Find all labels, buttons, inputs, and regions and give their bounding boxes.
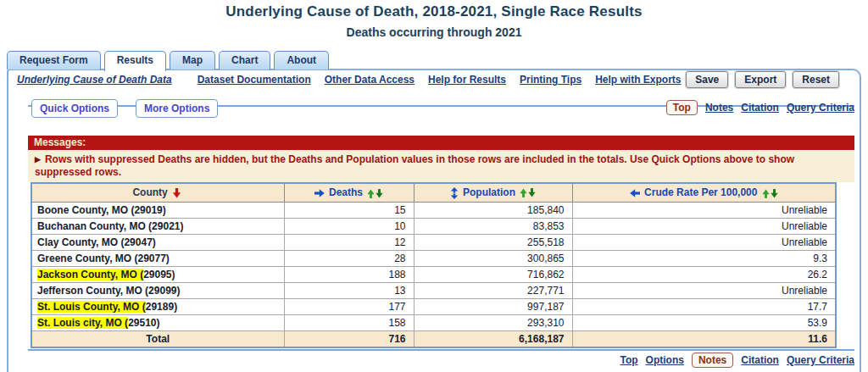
population-value: 185,840 xyxy=(414,202,572,218)
county-highlight: St. Louis County, MO ( xyxy=(37,301,146,313)
page-title: Underlying Cause of Death, 2018-2021, Si… xyxy=(0,3,868,20)
footer-divider xyxy=(28,349,854,351)
page: Underlying Cause of Death, 2018-2021, Si… xyxy=(0,0,868,372)
dataset-documentation-link[interactable]: Dataset Documentation xyxy=(198,74,311,86)
county-highlight: St. Louis city, MO ( xyxy=(37,317,128,329)
county-name: Greene County, MO (29077) xyxy=(37,253,170,264)
sort-descending-icon[interactable] xyxy=(771,189,778,198)
crude-rate-column-header[interactable]: Crude Rate Per 100,000 xyxy=(572,183,836,202)
footer-top-link[interactable]: Top xyxy=(620,354,638,366)
population-value: 997,187 xyxy=(414,298,572,314)
reset-button[interactable]: Reset xyxy=(793,71,839,88)
population-value: 300,865 xyxy=(414,250,572,266)
table-row: Jefferson County, MO (29099) 13 227,771 … xyxy=(31,282,836,298)
deaths-column-header[interactable]: Deaths xyxy=(284,183,414,202)
population-column-header[interactable]: Population xyxy=(414,183,572,202)
sort-descending-icon[interactable] xyxy=(528,188,536,197)
crude-rate-value: 9.3 xyxy=(572,250,836,266)
deaths-value: 13 xyxy=(284,282,414,298)
messages-title: Messages: xyxy=(28,136,854,150)
county-highlight: Jackson County, MO ( xyxy=(37,269,143,280)
deaths-value: 10 xyxy=(284,218,414,234)
action-buttons: Save Export Reset xyxy=(686,71,839,88)
messages-text: Rows with suppressed Deaths are hidden, … xyxy=(35,153,794,178)
deaths-value: 177 xyxy=(284,298,414,314)
sort-ascending-icon[interactable] xyxy=(762,189,770,198)
crude-rate-value: Unreliable xyxy=(572,234,836,250)
table-row: St. Louis County, MO (29189) 177 997,187… xyxy=(31,298,836,314)
bullet-icon: ▶ xyxy=(35,153,41,165)
dataset-link[interactable]: Underlying Cause of Death Data xyxy=(17,74,172,86)
sort-ascending-icon[interactable] xyxy=(520,188,527,197)
messages-panel: Messages: ▶Rows with suppressed Deaths a… xyxy=(28,136,854,182)
help-for-results-link[interactable]: Help for Results xyxy=(428,74,506,86)
county-name: 29510) xyxy=(128,317,159,329)
population-value: 227,771 xyxy=(414,282,572,298)
deaths-value: 15 xyxy=(284,202,414,218)
footer-nav-cluster: Top Options Notes Citation Query Criteri… xyxy=(620,353,855,368)
population-value: 716,862 xyxy=(414,266,572,282)
table-row: Jackson County, MO (29095) 188 716,862 2… xyxy=(31,266,836,282)
county-name: Clay County, MO (29047) xyxy=(37,236,156,248)
total-label: Total xyxy=(31,330,284,347)
tab-results[interactable]: Results xyxy=(104,51,166,71)
printing-tips-link[interactable]: Printing Tips xyxy=(520,74,581,86)
county-name: Boone County, MO (29019) xyxy=(37,204,166,216)
quick-options-button[interactable]: Quick Options xyxy=(31,99,118,118)
population-value: 255,518 xyxy=(414,234,572,250)
table-row: Greene County, MO (29077) 28 300,865 9.3 xyxy=(31,250,836,266)
crude-rate-value: Unreliable xyxy=(572,202,836,218)
help-with-exports-link[interactable]: Help with Exports xyxy=(595,74,681,86)
table-total-row: Total 716 6,168,187 11.6 xyxy=(31,330,836,347)
results-table: County Deaths Population xyxy=(31,182,837,348)
top-nav-cluster: Top Notes Citation Query Criteria xyxy=(666,100,854,115)
tab-bar: Request Form Results Map Chart About xyxy=(7,51,329,71)
other-data-access-link[interactable]: Other Data Access xyxy=(325,74,415,86)
move-column-left-icon[interactable] xyxy=(630,189,640,197)
deaths-value: 12 xyxy=(284,234,414,250)
county-name: 29189) xyxy=(146,301,177,313)
crude-rate-value: 26.2 xyxy=(572,266,836,282)
messages-body: ▶Rows with suppressed Deaths are hidden,… xyxy=(28,150,854,182)
tab-map[interactable]: Map xyxy=(170,51,215,69)
save-button[interactable]: Save xyxy=(686,71,728,88)
total-crude-rate-value: 11.6 xyxy=(572,330,836,347)
crude-rate-value: 17.7 xyxy=(572,298,836,314)
sort-descending-icon[interactable] xyxy=(172,188,181,198)
tab-request-form[interactable]: Request Form xyxy=(7,51,101,69)
notes-link[interactable]: Notes xyxy=(705,102,733,114)
county-name: 29095) xyxy=(143,269,175,280)
county-column-header[interactable]: County xyxy=(31,183,284,202)
page-subtitle: Deaths occurring through 2021 xyxy=(0,25,868,39)
footer-options-link[interactable]: Options xyxy=(646,354,684,366)
sort-ascending-icon[interactable] xyxy=(367,189,375,198)
crude-rate-value: 53.9 xyxy=(572,314,836,330)
county-name: Jefferson County, MO (29099) xyxy=(37,285,180,297)
query-criteria-link[interactable]: Query Criteria xyxy=(787,102,854,114)
results-table-wrap: County Deaths Population xyxy=(31,182,837,348)
export-button[interactable]: Export xyxy=(735,71,786,88)
table-row: Buchanan County, MO (29021) 10 83,853 Un… xyxy=(31,218,836,234)
move-column-up-down-icon[interactable] xyxy=(450,187,459,199)
more-options-button[interactable]: More Options xyxy=(136,99,218,118)
tab-about[interactable]: About xyxy=(274,51,329,69)
move-column-right-icon[interactable] xyxy=(314,189,325,197)
total-population-value: 6,168,187 xyxy=(414,330,572,347)
sort-descending-icon[interactable] xyxy=(376,189,383,198)
footer-query-criteria-link[interactable]: Query Criteria xyxy=(787,354,854,366)
deaths-value: 188 xyxy=(284,266,414,282)
tab-chart[interactable]: Chart xyxy=(219,51,270,69)
population-value: 83,853 xyxy=(414,218,572,234)
table-row: Boone County, MO (29019) 15 185,840 Unre… xyxy=(31,202,836,218)
citation-link[interactable]: Citation xyxy=(741,102,779,114)
table-row: Clay County, MO (29047) 12 255,518 Unrel… xyxy=(31,234,836,250)
table-row: St. Louis city, MO (29510) 158 293,310 5… xyxy=(31,314,836,330)
table-header-row: County Deaths Population xyxy=(31,183,836,202)
top-link-boxed[interactable]: Top xyxy=(666,100,698,115)
footer-citation-link[interactable]: Citation xyxy=(741,354,779,366)
crude-rate-value: Unreliable xyxy=(572,218,836,234)
total-deaths-value: 716 xyxy=(284,330,414,347)
population-value: 293,310 xyxy=(414,314,572,330)
deaths-value: 28 xyxy=(284,250,414,266)
footer-notes-link-boxed[interactable]: Notes xyxy=(692,353,733,368)
